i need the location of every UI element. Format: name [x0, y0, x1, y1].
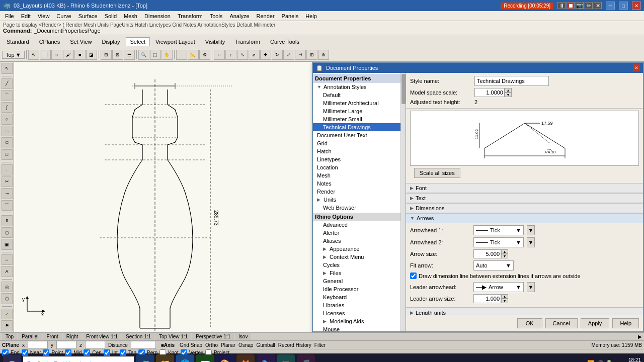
menu-file[interactable]: File [2, 12, 17, 20]
toolbar-icon-invert[interactable]: ◪ [86, 50, 97, 60]
toolbar-icon-layers[interactable]: ☰ [124, 50, 135, 60]
menu-render[interactable]: Render [254, 12, 278, 20]
taskbar-unknown-app1[interactable]: 🎭 [257, 354, 275, 362]
taskbar-mail-app[interactable]: 📧 [196, 354, 214, 362]
taskbar-edge-app[interactable]: 🌐 [176, 354, 194, 362]
leader-arrowhead-select[interactable]: —▶ Arrow ▼ [473, 282, 524, 292]
windows-start-btn[interactable]: ⊞ [3, 354, 21, 362]
toolbar-icon-array[interactable]: ⊞ [306, 50, 317, 60]
tree-default[interactable]: Default [313, 91, 406, 99]
tree-web-browser[interactable]: Web Browser [313, 204, 406, 212]
network-icon[interactable]: 📶 [587, 360, 595, 362]
toolbar-icon-grid2[interactable]: ⊠ [112, 50, 123, 60]
tab-standard[interactable]: Standard [2, 37, 34, 46]
tree-general[interactable]: General [313, 277, 406, 285]
leader-size-up[interactable]: ▲ [501, 294, 508, 299]
tree-mm-small[interactable]: Millimeter Small [313, 115, 406, 123]
tree-appearance[interactable]: ▶ Appearance [313, 245, 406, 253]
arrow-size-down[interactable]: ▼ [501, 254, 508, 258]
lt-point[interactable]: · [2, 164, 13, 175]
win-close-btn[interactable]: ✕ [632, 2, 641, 10]
toolbar-icon-window-select[interactable]: ⬜ [40, 50, 51, 60]
lt-line[interactable]: ╱ [2, 78, 13, 89]
toolbar-icon-boolean[interactable]: ⊕ [318, 50, 329, 60]
rec-pause-btn[interactable]: ⏸ [557, 2, 566, 9]
arrowhead1-extra-btn[interactable]: ▼ [527, 225, 535, 235]
tree-advanced[interactable]: Advanced [313, 221, 406, 229]
lt-curve[interactable]: ∫ [2, 102, 13, 113]
tab-viewport-layout[interactable]: Viewport Layout [151, 37, 200, 46]
tree-technical-drawings[interactable]: Technical Drawings [313, 123, 406, 131]
tree-location[interactable]: Location [313, 163, 406, 171]
style-name-input[interactable] [474, 76, 549, 86]
lt-ellipse[interactable]: ⬭ [2, 137, 13, 148]
lt-osnap[interactable]: ◎ [2, 282, 13, 293]
menu-dimension[interactable]: Dimension [141, 12, 174, 20]
toolbar-icon-rotate[interactable]: ↻ [272, 50, 283, 60]
viewport-top-label[interactable]: Top ▼ [2, 51, 25, 59]
tree-linetypes[interactable]: Linetypes [313, 155, 406, 163]
taskbar-search[interactable] [23, 356, 134, 362]
menu-transform[interactable]: Transform [175, 12, 206, 20]
dialog-close-btn[interactable]: ✕ [633, 64, 640, 71]
lt-cplane[interactable]: ⬡ [2, 293, 13, 304]
tree-annotation-styles[interactable]: ▼ Annotation Styles [313, 83, 406, 91]
menu-analyze[interactable]: Analyze [226, 12, 252, 20]
apply-button[interactable]: Apply [581, 318, 610, 328]
rec-close-btn[interactable]: ✕ [594, 2, 602, 9]
status-tab-isov[interactable]: Isov [235, 333, 251, 340]
toolbar-icon-dim3[interactable]: ⤡ [237, 50, 248, 60]
status-tab-parallel[interactable]: Parallel [18, 333, 42, 340]
snap-tan[interactable] [120, 349, 126, 356]
tab-select[interactable]: Select [126, 37, 150, 46]
snap-near[interactable] [22, 349, 28, 356]
toolbar-icon-dim1[interactable]: ↔ [214, 50, 225, 60]
tree-units[interactable]: ▶ Units [313, 196, 406, 204]
toolbar-icon-prop[interactable]: ⚙ [199, 50, 210, 60]
tree-alerter[interactable]: Alerter [313, 229, 406, 237]
help-button[interactable]: Help [612, 318, 639, 328]
model-scale-down[interactable]: ▼ [505, 93, 512, 97]
tree-render[interactable]: Render [313, 188, 406, 196]
tree-mm-arch[interactable]: Millimeter Architectural [313, 99, 406, 107]
status-tab-top[interactable]: Top [2, 333, 17, 340]
tree-aliases[interactable]: Aliases [313, 237, 406, 245]
tab-cplanes[interactable]: CPlanes [35, 37, 65, 46]
tab-curve-tools[interactable]: Curve Tools [266, 37, 304, 46]
snap-mid[interactable] [65, 349, 71, 356]
tree-scroll-thumb[interactable] [401, 74, 406, 104]
lt-dimension[interactable]: ↔ [2, 254, 13, 265]
tab-transform[interactable]: Transform [230, 37, 265, 46]
toolbar-icon-dim4[interactable]: ⌀ [249, 50, 260, 60]
arrows-checkbox[interactable] [410, 273, 417, 279]
tree-context-menu[interactable]: ▶ Context Menu [313, 253, 406, 261]
status-tab-right[interactable]: Right [63, 333, 82, 340]
tree-mm-large[interactable]: Millimeter Large [313, 107, 406, 115]
menu-solid[interactable]: Solid [102, 12, 120, 20]
toolbar-icon-mirror[interactable]: ⊣ [295, 50, 306, 60]
status-tab-perspective[interactable]: Perspective 1:1 [192, 333, 234, 340]
status-scroll-right[interactable]: ▶ [638, 334, 642, 339]
lt-analysis[interactable]: ⚑ [2, 320, 13, 331]
snap-cen[interactable] [84, 349, 90, 356]
scale-all-sizes-btn[interactable]: Scale all sizes [414, 168, 460, 178]
taskbar-unknown-app2[interactable]: 🎮 [277, 354, 295, 362]
lt-fillet[interactable]: ⌒ [2, 200, 13, 211]
leader-size-input[interactable] [473, 294, 501, 303]
arrowhead1-dropdown-icon[interactable]: ▼ [516, 227, 521, 233]
leader-size-down[interactable]: ▼ [501, 299, 508, 303]
toolbar-icon-scale[interactable]: ⤢ [283, 50, 294, 60]
arrowhead1-select[interactable]: —— Tick ▼ [473, 225, 524, 235]
tab-set-view[interactable]: Set View [65, 37, 96, 46]
taskbar-folder-app[interactable]: 📁 [156, 354, 174, 362]
toolbar-icon-grid[interactable]: ⊞ [101, 50, 112, 60]
coord-z-input[interactable] [85, 341, 105, 349]
taskbar-rhino-app[interactable]: 🦏 [136, 354, 154, 362]
fit-arrow-select[interactable]: Auto ▼ [473, 260, 514, 270]
lt-polyline[interactable]: ⌒ [2, 90, 13, 101]
win-max-btn[interactable]: □ [619, 2, 628, 10]
toolbar-icon-cursor[interactable]: ↖ [28, 50, 39, 60]
tree-mesh[interactable]: Mesh [313, 171, 406, 179]
viewport[interactable]: 289.73 x y [14, 62, 644, 332]
coord-y-input[interactable] [56, 341, 76, 349]
